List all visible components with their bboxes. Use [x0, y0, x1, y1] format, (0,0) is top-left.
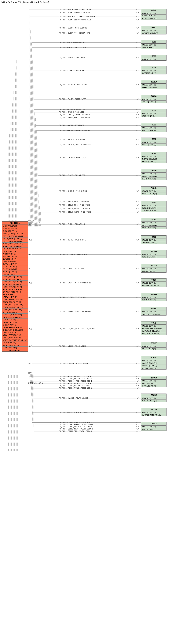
card-right: 0..N	[136, 16, 139, 17]
field-name: MANDT	[3, 225, 9, 227]
field-PRF_INDEX: PRF_INDEX [CHAR (1)]	[141, 332, 166, 335]
card-right: 0..N	[136, 383, 139, 384]
field-MATKL: MATKL [CHAR (9)]	[141, 129, 166, 132]
card-right: 0..N	[136, 296, 139, 298]
field-RSCHL: RSCHL [CHAR (6)]	[141, 384, 166, 387]
edge-label: TXI_TCN41-DAUNE = T006-MSEHI	[59, 111, 85, 113]
entity-TCY30: TCY30MANDT [CLNT (3)]PROFILE_ID [CHAR (1…	[141, 408, 167, 416]
card-left: (0,1)	[29, 345, 32, 347]
entity-name: TCNVL	[141, 356, 166, 359]
entity-GB93: GB93MANDT [CLNT (3)]VALID [CHAR (7)]	[141, 40, 167, 49]
main-field-MEINH_FRMD: MEINH_FRMD [UNIT (3)]	[2, 334, 28, 336]
field-type: [CHAR (9)]	[14, 326, 22, 328]
main-field-SUBST_VG: SUBST_VG [CHAR (7)]	[2, 349, 28, 352]
card-left: (0,1)	[29, 223, 32, 225]
entity-name: TCO60	[141, 376, 166, 380]
field-name: DAUNE	[3, 250, 9, 252]
field-type: [CHAR (4)]	[15, 235, 23, 237]
entity-T024D: T024DMANDT [CLNT (3)]WERKS [CHAR (4)]DIS…	[141, 169, 167, 180]
field-MANDT: MANDT [CLNT (3)]	[141, 12, 166, 14]
field-name: WAERS	[3, 256, 9, 257]
main-field-WERKS: WERKS [CHAR (4)]	[2, 270, 28, 273]
main-field-DISPO: DISPO [CHAR (3)]	[2, 273, 28, 276]
field-type: [UNIT (3)]	[14, 334, 21, 336]
field-MANDT: MANDT [CLNT (3)]	[141, 426, 166, 428]
field-name: GR_PRF_GR	[3, 291, 13, 293]
field-type: [CHAR (1)]	[9, 228, 17, 230]
entity-T482: T482MANDT [CLNT (3)]TERMKZ [CHAR (1)]	[141, 236, 167, 244]
field-MFLIC: MFLIC [CHAR (3)]	[141, 348, 166, 350]
edge-label: TXI_TCN41-RSCHL_OFRD = TCO60-RSCHL	[59, 380, 92, 382]
entity-TCURC: TCURCMANDT [CLNT (3)]WAERS [CUKY (5)]	[141, 394, 167, 402]
field-KSTAR: KSTAR [CHAR (10)]	[141, 17, 166, 20]
card-right: 0..N	[136, 412, 139, 413]
field-SUBAPP: SUBAPP [CHAR (4)]	[141, 364, 166, 367]
field-name: PLNAW	[3, 228, 9, 230]
edge-label: TXI_TCN41-GR_PRF_GR = TCNG-PRF_GRUPPE	[59, 328, 96, 330]
main-field-MFLIC: MFLIC [CHAR (3)]	[2, 331, 28, 334]
field-MANDT: MANDT [CLNT (3)]	[141, 141, 166, 143]
entity-name: TCA14	[141, 264, 166, 267]
entity-name: TCBP	[141, 278, 166, 282]
main-field-VSPRF: VSPRF [CHAR (7)]	[2, 311, 28, 314]
main-entity-name: TXI_TCN41	[2, 222, 28, 225]
main-field-AUART: AUART [CHAR (4)]	[2, 268, 28, 270]
card-right: 0..N	[136, 204, 139, 206]
card-left: (0,1)	[29, 363, 32, 364]
entity-name: T001W	[141, 80, 166, 84]
field-type: [CHAR (4)]	[9, 268, 17, 270]
entity-name: T430	[141, 201, 166, 204]
card-right: 0..N	[136, 385, 139, 387]
field-name: SLWID	[3, 258, 8, 260]
edge-label: TXI_TCN41-RSCHL_UFRD = TCO60-RSCHL	[59, 387, 92, 389]
field-type: [CHAR (9)]	[9, 322, 17, 323]
main-field-MATKL_FRMD: MATKL_FRMD [CHAR (9)]	[2, 326, 28, 329]
entity-T000: T000MANDT [CLNT (3)]	[141, 54, 167, 60]
field-name: STEUS_PRIM	[3, 240, 13, 242]
field-MANDT: MANDT [CLNT (3)]	[141, 380, 166, 382]
field-PRF_NAME: PRF_NAME [CHAR (12)]	[141, 330, 166, 332]
field-MANDT: MANDT [CLNT (3)]	[141, 253, 166, 256]
field-type: [CHAR (11)]	[13, 309, 22, 310]
card-right: 0..N	[136, 239, 139, 241]
edge-label: TXI_TCN41-MEINH_FRMD = T006-MSEHI	[59, 114, 90, 116]
edge-label: TXI_TCN41-AUART = T003O-AUART	[59, 98, 86, 100]
field-name: BALK_PROF	[3, 316, 12, 318]
field-type: [CHAR (4)]	[9, 263, 17, 265]
field-name: KSTAR_MATVORPL	[3, 339, 18, 341]
field-FHORI: FHORI [CHAR (3)]	[141, 226, 166, 229]
edge-label: TXI_TCN41-STEUS_SERV = T430-STEUS	[59, 208, 90, 210]
field-MANDT: MANDT [CLNT (3)]	[141, 310, 166, 313]
field-name: COLKZ_MAT	[3, 309, 12, 310]
edge-label: TXI_TCN41-COLKZ_TEIL = TWCOL-COLOR	[59, 430, 92, 432]
field-BUKRS: BUKRS [CHAR (4)]	[141, 72, 166, 74]
field-type: [CHAR (6)]	[14, 286, 22, 288]
field-type: [CHAR (6)]	[14, 281, 22, 283]
field-PROFILE_ID: PROFILE_ID [CHAR (10)]	[141, 414, 166, 416]
entity-name: T024A	[141, 152, 166, 155]
edge-label: TXI_TCN41-VALID = GB93-VALID	[59, 41, 84, 43]
field-type: [CHAR (4)]	[9, 271, 17, 272]
main-field-LSTVAR: LSTVAR [CHAR (12)]	[2, 318, 28, 321]
field-type: [CHAR (12)]	[9, 319, 18, 321]
main-field-FHORI: FHORI [CHAR (3)]	[2, 293, 28, 296]
field-EKGRP: EKGRP [CHAR (3)]	[141, 143, 166, 146]
field-MANDT: MANDT [CLNT (3)]	[141, 126, 166, 129]
card-right: 0..N	[136, 42, 139, 43]
main-field-EKGRP_FRMD: EKGRP_FRMD [CHAR (3)]	[2, 329, 28, 331]
edge-label: TXI_TCN41-PROFILE_ID = TCY30-PROFILE_ID	[59, 412, 94, 413]
entity-T001: T001MANDT [CLNT (3)]BUKRS [CHAR (4)]	[141, 66, 167, 74]
edge-label: TXI_TCN41-VSPRF = TCN51-VER_PROFIL	[59, 310, 91, 312]
field-PLNAW: PLNAW [CHAR (1)]	[141, 256, 166, 258]
field-name: SUBST	[3, 347, 8, 349]
field-type: [CHAR (4)]	[13, 291, 21, 293]
edge-label: TXI_TCN41-SLWID = TCN00-SLWID	[59, 296, 86, 298]
main-field-KSTAR_MATVORPL: KSTAR_MATVORPL [CHAR (10)]	[2, 339, 28, 341]
field-name: KSTAR_SERV	[3, 246, 13, 247]
main-field-RSCHL_UFRD: RSCHL_UFRD [CHAR (6)]	[2, 283, 28, 286]
main-field-COLKZ_MAT: COLKZ_MAT [CHAR (11)]	[2, 308, 28, 311]
field-name: FHORI	[3, 294, 8, 295]
field-TERMKZ: TERMKZ [CHAR (1)]	[141, 241, 166, 244]
field-WERKS: WERKS [CHAR (4)]	[141, 86, 166, 88]
field-type: [CHAR (6)]	[14, 284, 22, 285]
